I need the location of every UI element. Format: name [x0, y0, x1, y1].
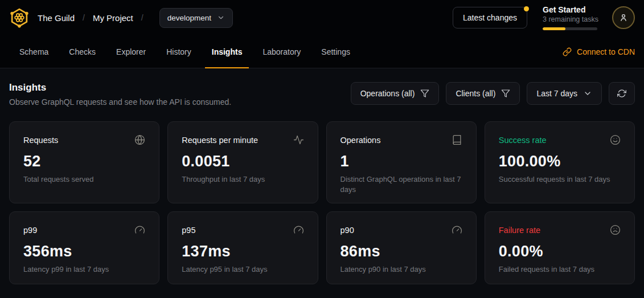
breadcrumb-separator: /	[141, 13, 143, 22]
card-value: 100.00%	[499, 153, 621, 170]
tab-settings[interactable]: Settings	[311, 35, 360, 68]
filter-icon	[420, 89, 429, 98]
failure-rate-card: Failure rate 0.00% Failed requests in la…	[485, 211, 635, 284]
card-title: p90	[341, 226, 354, 235]
card-value: 52	[23, 153, 145, 170]
notification-dot	[524, 6, 529, 11]
top-header: The Guild / My Project / development Lat…	[0, 0, 644, 35]
get-started-widget[interactable]: Get Started 3 remaining tasks	[543, 5, 597, 30]
globe-icon	[134, 134, 145, 145]
card-title: Success rate	[499, 136, 547, 145]
clients-filter-button[interactable]: Clients (all)	[446, 82, 520, 105]
filter-icon	[501, 89, 510, 98]
card-value: 137ms	[182, 243, 303, 260]
card-description: Latency p99 in last 7 days	[23, 264, 145, 275]
p99-latency-card: p99 356ms Latency p99 in last 7 days	[9, 211, 159, 284]
page-subtitle: Observe GraphQL requests and see how the…	[9, 97, 231, 107]
card-description: Total requests served	[23, 174, 145, 185]
activity-icon	[293, 134, 304, 145]
gauge-icon	[293, 224, 304, 235]
environment-select-value: development	[167, 14, 211, 22]
refresh-icon	[617, 89, 626, 98]
operations-card: Operations 1 Distinct GraphQL operations…	[326, 121, 477, 203]
card-description: Throughput in last 7 days	[182, 174, 303, 185]
tab-checks[interactable]: Checks	[59, 35, 106, 68]
operations-filter-button[interactable]: Operations (all)	[351, 82, 440, 105]
success-rate-card: Success rate 100.00% Successful requests…	[485, 121, 635, 203]
book-icon	[452, 134, 462, 145]
p90-latency-card: p90 86ms Latency p90 in last 7 days	[326, 211, 477, 284]
hive-logo-icon[interactable]	[9, 7, 30, 28]
user-avatar[interactable]	[612, 6, 635, 29]
p95-latency-card: p95 137ms Latency p95 in last 7 days	[167, 211, 318, 284]
card-value: 86ms	[341, 243, 462, 260]
card-title: Requests	[23, 136, 58, 145]
card-title: Requests per minute	[182, 136, 258, 145]
card-value: 0.00%	[499, 243, 621, 260]
stats-grid: Requests 52 Total requests served Reques…	[9, 121, 635, 284]
tab-history[interactable]: History	[156, 35, 202, 68]
insights-page: Insights Observe GraphQL requests and se…	[0, 68, 644, 284]
card-description: Successful requests in last 7 days	[499, 174, 621, 185]
card-description: Latency p90 in last 7 days	[341, 264, 462, 275]
get-started-title: Get Started	[543, 5, 597, 14]
card-title: p99	[23, 226, 37, 235]
breadcrumb-org[interactable]: The Guild	[38, 13, 75, 23]
card-description: Failed requests in last 7 days	[499, 264, 621, 275]
requests-per-minute-card: Requests per minute 0.0051 Throughput in…	[167, 121, 318, 203]
gauge-icon	[134, 224, 145, 235]
frown-icon	[610, 224, 621, 235]
tab-schema[interactable]: Schema	[9, 35, 59, 68]
breadcrumb-separator: /	[83, 13, 85, 22]
date-range-value: Last 7 days	[536, 89, 577, 98]
card-title: Failure rate	[499, 226, 540, 235]
card-value: 356ms	[23, 243, 145, 260]
environment-select[interactable]: development	[159, 8, 233, 28]
page-title: Insights	[9, 82, 231, 93]
card-title: Operations	[341, 136, 381, 145]
clients-filter-label: Clients (all)	[456, 89, 495, 98]
get-started-progressbar	[543, 27, 597, 30]
link-icon	[563, 47, 572, 56]
requests-card: Requests 52 Total requests served	[9, 121, 159, 203]
chevron-down-icon	[583, 89, 592, 98]
card-title: p95	[182, 226, 195, 235]
date-range-select[interactable]: Last 7 days	[527, 82, 602, 105]
chevron-down-icon	[217, 14, 225, 22]
get-started-progress-fill	[543, 27, 565, 30]
main-nav: Schema Checks Explorer History Insights …	[0, 35, 644, 68]
connect-to-cdn-label: Connect to CDN	[577, 47, 635, 56]
card-value: 0.0051	[182, 153, 303, 170]
card-description: Latency p95 in last 7 days	[182, 264, 303, 275]
refresh-button[interactable]	[609, 82, 635, 105]
tab-insights[interactable]: Insights	[202, 35, 253, 68]
person-icon	[618, 13, 629, 23]
gauge-icon	[452, 224, 462, 235]
connect-to-cdn-link[interactable]: Connect to CDN	[563, 35, 635, 68]
smile-icon	[610, 134, 621, 145]
get-started-subtitle: 3 remaining tasks	[543, 15, 597, 23]
operations-filter-label: Operations (all)	[360, 89, 415, 98]
breadcrumb-project[interactable]: My Project	[93, 13, 133, 23]
latest-changes-button[interactable]: Latest changes	[453, 7, 527, 28]
card-value: 1	[341, 153, 462, 170]
tab-explorer[interactable]: Explorer	[106, 35, 156, 68]
card-description: Distinct GraphQL operations in last 7 da…	[341, 174, 462, 194]
tab-laboratory[interactable]: Laboratory	[252, 35, 311, 68]
